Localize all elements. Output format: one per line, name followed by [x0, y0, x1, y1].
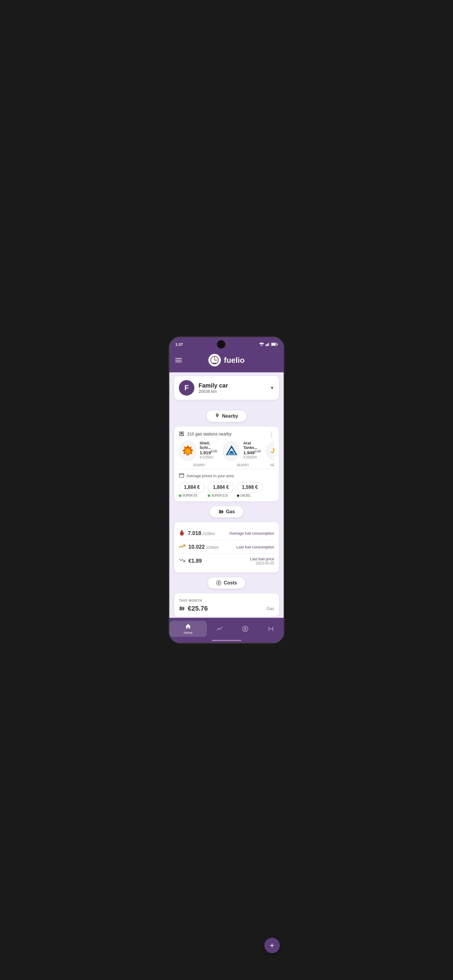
status-icons [259, 342, 278, 346]
menu-icon[interactable] [175, 358, 182, 362]
car-selector[interactable]: F Family car 20038 km ▼ [174, 376, 279, 400]
nearby-label: Nearby [222, 414, 238, 419]
gas-label: Gas [226, 509, 235, 514]
cost-value: €25.76 [188, 605, 208, 612]
aral-logo: aral [223, 441, 241, 461]
nearby-section-btn[interactable]: Nearby [207, 410, 246, 422]
phone-frame: 1:07 [168, 336, 285, 644]
signal-icon [266, 342, 270, 346]
car-mileage: 20038 km [198, 389, 270, 394]
station-aral-price: 1.949EUR [243, 450, 263, 455]
costs-nav-icon [242, 625, 249, 632]
main-content: Nearby 210 gas stations nearby ⋮ [169, 403, 284, 643]
price-badge-e5: 1,884 € [179, 482, 205, 493]
last-price-row: €1.89 Last fuel price 2023-05-25 [179, 554, 274, 568]
nav-route[interactable] [258, 625, 284, 632]
station-shell-price: 1.919EUR [200, 450, 220, 455]
gas-pump-section-icon [218, 509, 223, 514]
last-price-left: €1.89 [179, 558, 202, 565]
station-aral-info: Aral Tanks... 1.949EUR 4.582km [243, 441, 263, 459]
station-aral-label: NEARBY [237, 463, 249, 467]
costs-section-btn[interactable]: Costs [208, 577, 245, 589]
last-price-date: 2023-05-25 [250, 561, 274, 565]
this-month-label: THIS MONTH [179, 599, 274, 602]
fuel-label-e10: SUPER E10 [208, 494, 234, 497]
dollar-circle-icon [216, 580, 222, 585]
bottom-nav: Home [169, 618, 284, 643]
card-title: 210 gas stations nearby [179, 431, 231, 437]
dropdown-arrow-icon[interactable]: ▼ [270, 385, 274, 390]
svg-rect-0 [266, 345, 266, 346]
station-shell-name: Shell, Schl... [200, 441, 220, 450]
costs-card: THIS MONTH €25.76 Gas [174, 593, 279, 617]
car-name: Family car [198, 382, 270, 389]
price-diesel: 1,598 € DIESEL [237, 482, 263, 497]
nav-chart[interactable] [207, 625, 233, 632]
station-shell-dist: 4.535km [200, 455, 220, 459]
time: 1:07 [175, 342, 183, 347]
gas-cost-icon [179, 606, 185, 611]
last-consumption-label: Last fuel consumption [237, 545, 274, 549]
svg-rect-23 [180, 607, 182, 608]
last-consumption-left: 10.022 l/100km [179, 544, 219, 550]
avg-consumption-row: 7.018 l/100km Average fuel consumption [179, 527, 274, 541]
station-shell-info: Shell, Schl... 1.919EUR 4.535km [200, 441, 220, 459]
trending-down-icon [179, 558, 185, 565]
avg-consumption-label: Average fuel consumption [230, 531, 274, 536]
nav-costs[interactable] [233, 625, 258, 632]
svg-text:aral: aral [230, 453, 233, 454]
chart-icon [216, 625, 223, 632]
svg-rect-6 [277, 344, 278, 345]
dot-black-diesel [237, 495, 239, 497]
stations-row: Shell, Schl... 1.919EUR 4.535km NEARBY [179, 441, 274, 467]
divider [179, 469, 274, 469]
card-header: 210 gas stations nearby ⋮ [179, 431, 274, 437]
gas-stats-card: 7.018 l/100km Average fuel consumption [174, 522, 279, 573]
svg-rect-20 [179, 474, 184, 477]
station-jet[interactable]: JET NEARBY [266, 441, 274, 467]
avg-price-title: Average prices in your area [179, 473, 274, 478]
gas-pump-icon [179, 431, 184, 437]
station-aral-dist: 4.582km [243, 455, 263, 459]
camera-notch [217, 340, 225, 348]
stations-card: 210 gas stations nearby ⋮ [174, 426, 279, 501]
avg-consumption-left: 7.018 l/100km [179, 529, 215, 537]
svg-rect-21 [219, 510, 221, 511]
price-badge-diesel: 1,598 € [237, 482, 263, 493]
cost-type: Gas [266, 606, 274, 611]
nav-home[interactable]: Home [169, 621, 207, 637]
station-aral-name: Aral Tanks... [243, 441, 263, 450]
app-logo: fuelio [208, 354, 244, 366]
more-options-icon[interactable]: ⋮ [269, 431, 274, 437]
fuel-label-diesel: DIESEL [237, 494, 263, 497]
gas-section-btn[interactable]: Gas [210, 506, 243, 517]
station-aral[interactable]: aral Aral Tanks... 1.949EUR 4.582km NEAR… [223, 441, 263, 467]
svg-rect-11 [181, 433, 183, 434]
cost-row: €25.76 Gas [179, 605, 274, 612]
shell-logo [179, 441, 197, 461]
prices-row: 1,884 € SUPER E5 1,884 € SUPER E10 [179, 482, 274, 497]
droplet-icon [179, 529, 185, 537]
svg-rect-10 [213, 363, 216, 364]
battery-icon [271, 342, 278, 346]
dot-green-e10 [208, 495, 210, 497]
cost-left: €25.76 [179, 605, 208, 612]
app-logo-icon [208, 354, 221, 366]
last-consumption-row: 10.022 l/100km Last fuel consumption [179, 541, 274, 554]
wifi-icon [259, 342, 264, 346]
home-indicator [212, 640, 241, 641]
price-badge-e10: 1,884 € [208, 482, 234, 493]
svg-rect-3 [269, 342, 270, 346]
svg-rect-5 [271, 343, 276, 345]
svg-rect-2 [268, 344, 268, 346]
avg-consumption-value: 7.018 l/100km [188, 530, 215, 536]
trending-up-icon [179, 544, 185, 550]
app-title: fuelio [224, 356, 244, 365]
car-avatar: F [179, 380, 194, 396]
nav-home-label: Home [184, 631, 192, 635]
fuel-label-e5: SUPER E5 [179, 494, 205, 497]
station-shell[interactable]: Shell, Schl... 1.919EUR 4.535km NEARBY [179, 441, 220, 467]
station-shell-label: NEARBY [193, 463, 205, 467]
last-price-value: €1.89 [188, 558, 202, 564]
last-consumption-value: 10.022 l/100km [188, 544, 219, 550]
